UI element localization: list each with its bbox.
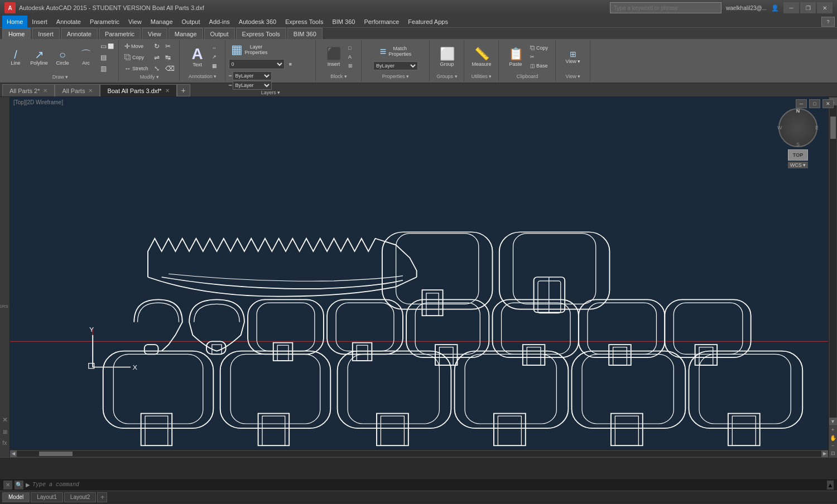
tab-bim360[interactable]: BIM 360 (287, 28, 323, 39)
app-icon[interactable]: A (4, 2, 16, 13)
tool-cut[interactable]: ✂ (528, 53, 550, 61)
tool-define-attr[interactable]: A (346, 53, 355, 61)
minimize-canvas-button[interactable]: ─ (796, 99, 807, 108)
tool-base[interactable]: ◫Base (528, 62, 550, 70)
layout-tab-layout1[interactable]: Layout1 (31, 492, 63, 502)
tool-create-block[interactable]: □ (346, 44, 355, 52)
tool-stretch[interactable]: ↔Stretch (122, 64, 151, 74)
search-box[interactable] (610, 2, 721, 13)
menu-parametric[interactable]: Parametric (85, 16, 124, 28)
menu-featuredapps[interactable]: Featured Apps (403, 16, 453, 28)
restore-canvas-button[interactable]: □ (809, 99, 820, 108)
scroll-down-button[interactable]: ▼ (829, 418, 837, 425)
wcs-label[interactable]: WCS ▾ (788, 162, 809, 168)
tool-insert[interactable]: ⬛ Insert (323, 46, 345, 68)
top-cube[interactable]: TOP (788, 149, 808, 161)
menu-insert[interactable]: Insert (27, 16, 52, 28)
menu-output[interactable]: Output (177, 16, 205, 28)
menu-performance[interactable]: Performance (359, 16, 403, 28)
tab-output[interactable]: Output (204, 28, 235, 39)
close-canvas-button[interactable]: ✕ (822, 99, 834, 108)
help-button[interactable]: ? (821, 17, 835, 27)
tool-copy-clip[interactable]: ⿻Copy (528, 44, 550, 52)
tab-manage[interactable]: Manage (169, 28, 203, 39)
add-tab-button[interactable]: + (177, 84, 190, 96)
sidebar-icon-fx[interactable]: fx (3, 440, 7, 446)
tool-leader[interactable]: ↗ (210, 53, 219, 61)
layout-tab-layout2[interactable]: Layout2 (64, 492, 97, 502)
command-close-button[interactable]: ✕ (3, 481, 12, 490)
sidebar-icon-1[interactable]: ✕ (2, 416, 8, 424)
tool-move[interactable]: ✛Move (122, 41, 151, 51)
scroll-right-button[interactable]: ▶ (821, 450, 828, 457)
tab-view[interactable]: View (142, 28, 167, 39)
tool-hatch[interactable]: ▤ (98, 52, 116, 62)
tool-polyline[interactable]: ↗ Polyline (28, 48, 50, 67)
pan-button[interactable]: ✋ (829, 434, 837, 442)
compass-ring[interactable]: N S E W (778, 108, 817, 147)
tool-measure[interactable]: 📏 Measure (470, 46, 494, 68)
tool-rotate[interactable]: ↻ (152, 41, 162, 51)
menu-home[interactable]: Home (2, 16, 27, 28)
tool-circle[interactable]: ○ Circle (51, 48, 74, 67)
command-search-button[interactable]: 🔍 (15, 481, 23, 490)
tab-expresstools[interactable]: Express Tools (236, 28, 286, 39)
tab-insert[interactable]: Insert (32, 28, 60, 39)
doc-tab-allparts2[interactable]: All Parts 2* ✕ (2, 84, 55, 96)
tool-line[interactable]: / Line (4, 48, 27, 67)
minimize-button[interactable]: ─ (783, 2, 799, 13)
close-allparts2-icon[interactable]: ✕ (43, 88, 47, 94)
close-button[interactable]: ✕ (817, 2, 833, 13)
search-input[interactable] (614, 5, 718, 11)
tool-dim[interactable]: ↔ (210, 44, 219, 52)
close-allparts-icon[interactable]: ✕ (88, 88, 93, 94)
tool-layer-properties[interactable]: ▦ Layer Properties (229, 41, 270, 58)
zoom-extents-button[interactable]: ⊡ (829, 449, 837, 457)
tool-extend[interactable]: ↹ (163, 52, 177, 62)
sidebar-icon-2[interactable]: ⊞ (3, 429, 7, 435)
menu-expresstools[interactable]: Express Tools (281, 16, 328, 28)
tool-mirror[interactable]: ⇌ (152, 52, 162, 62)
tab-home[interactable]: Home (2, 28, 31, 39)
tool-group[interactable]: ⬜ Group (436, 46, 458, 68)
tool-gradient[interactable]: ▥ (98, 64, 116, 74)
tool-arc[interactable]: ⌒ Arc (75, 48, 97, 67)
properties-layer-dropdown[interactable]: ByLayer (373, 61, 418, 70)
close-boatallparts3-icon[interactable]: ✕ (165, 88, 170, 94)
tool-scale[interactable]: ⤡ (152, 64, 162, 74)
tool-table[interactable]: ▦ (210, 62, 219, 70)
layout-tab-model[interactable]: Model (2, 492, 30, 502)
menu-autodesk360[interactable]: Autodesk 360 (234, 16, 281, 28)
command-input[interactable] (32, 482, 825, 488)
layer-dropdown[interactable]: 0 (229, 59, 285, 69)
doc-tab-allparts[interactable]: All Parts ✕ (55, 84, 100, 96)
tool-erase[interactable]: ⌫ (163, 64, 177, 74)
restore-button[interactable]: ❐ (800, 2, 816, 13)
doc-tab-boatallparts3[interactable]: Boat All Parts 3.dxf* ✕ (100, 84, 176, 96)
command-expand-button[interactable]: ▲ (827, 481, 834, 490)
tab-parametric[interactable]: Parametric (99, 28, 141, 39)
tool-block-editor[interactable]: ⊞ (346, 62, 355, 70)
canvas-area[interactable]: [Top][2D Wireframe] ─ □ ✕ N S E W TOP WC… (10, 97, 837, 457)
add-layout-button[interactable]: + (97, 492, 107, 502)
tool-text[interactable]: A Text (186, 45, 209, 69)
scroll-track-v[interactable] (830, 105, 836, 418)
tool-match-properties[interactable]: ≡ Match Properties (378, 44, 414, 59)
linetype-dropdown[interactable]: ByLayer (233, 71, 272, 80)
menu-view[interactable]: View (124, 16, 146, 28)
scroll-left-button[interactable]: ◀ (10, 450, 17, 457)
menu-bim360[interactable]: BIM 360 (328, 16, 359, 28)
zoom-in-button[interactable]: + (829, 426, 837, 434)
lineweight-dropdown[interactable]: ByLayer (233, 81, 272, 90)
tab-annotate[interactable]: Annotate (61, 28, 98, 39)
tool-copy[interactable]: ⿻Copy (122, 52, 151, 62)
tool-paste[interactable]: 📋 Paste (504, 46, 527, 68)
tool-trim[interactable]: ✂ (163, 41, 177, 51)
scroll-track-h[interactable] (17, 451, 821, 457)
layer-color-btn[interactable]: ■ (287, 60, 294, 68)
zoom-out-button[interactable]: − (829, 442, 837, 449)
menu-manage[interactable]: Manage (146, 16, 177, 28)
menu-addins[interactable]: Add-ins (205, 16, 234, 28)
tool-view[interactable]: ⊞ View ▾ (562, 49, 584, 65)
tool-rect[interactable]: ▭⬜ (98, 41, 116, 51)
